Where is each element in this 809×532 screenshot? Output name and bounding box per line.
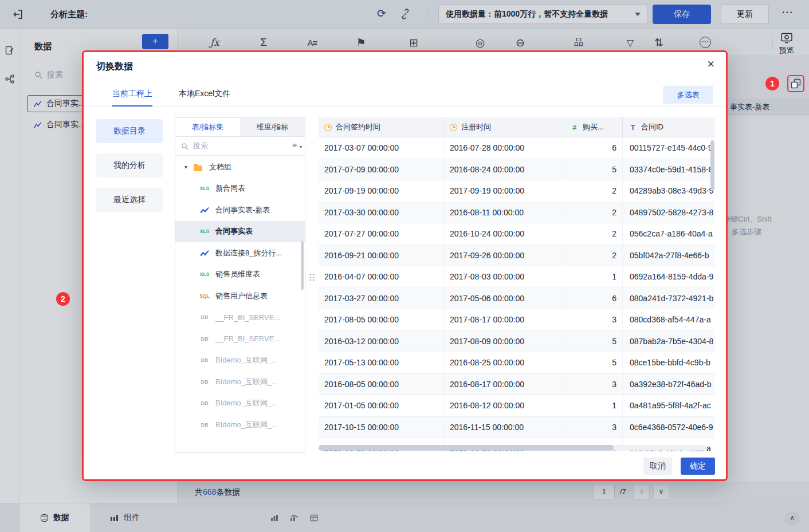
table-row[interactable]: 2017-05-13 00:00:00 2016-08-25 00:00:00 … (319, 352, 715, 374)
tree-item[interactable]: ▾ BIdemo_互联网_... (175, 393, 305, 415)
tree-item-icon (198, 183, 211, 194)
table-horizontal-scrollbar-track[interactable] (319, 445, 707, 451)
tree-item[interactable]: ▾ 数据连接8_拆分行... (175, 242, 305, 264)
column-label: 合同ID (641, 122, 663, 132)
tree-item-label: __FR_BI_SERVE... (215, 334, 280, 343)
cell-contract-id: 08ce15be-bbfd-4c9b-b (623, 352, 715, 373)
tree-tab-tables[interactable]: 表/指标集 (175, 118, 240, 136)
table-column-header[interactable]: 购买... (564, 117, 623, 137)
table-column-header[interactable]: 合同ID (623, 117, 715, 137)
table-row[interactable]: 2017-03-30 00:00:00 2016-08-11 00:00:00 … (319, 202, 715, 224)
column-label: 合同签约时间 (336, 122, 380, 132)
tree-item[interactable]: ▾ 销售员维度表 (175, 264, 305, 286)
tree-tab-label: 表/指标集 (192, 122, 224, 132)
cell-contract-sign-time: 2016-08-05 00:00:00 (319, 374, 444, 395)
tree-item[interactable]: ▾ 合同事实表 (175, 221, 305, 243)
cell-contract-sign-time: 2017-09-19 00:00:00 (319, 180, 444, 202)
table-horizontal-scrollbar-thumb[interactable] (319, 445, 614, 451)
data-preview-table: 合同签约时间 注册时间 购买... 合同ID (319, 117, 715, 453)
multi-select-tables-button[interactable]: 多选表 (663, 86, 713, 104)
filter-sort-icon[interactable]: ≡ (292, 141, 297, 150)
tree-item[interactable]: ▾ __FR_BI_SERVE... (175, 328, 305, 350)
table-row[interactable]: 2017-07-09 00:00:00 2016-08-24 00:00:00 … (319, 159, 715, 181)
tree-item-label: 合同事实表 (215, 226, 253, 237)
tree-item-icon (198, 334, 211, 344)
tab-current-project[interactable]: 当前工程上 (112, 82, 152, 106)
tree-item[interactable]: ▾ __FR_BI_SERVE... (175, 307, 305, 329)
table-column-header[interactable]: 注册时间 (444, 117, 564, 137)
cell-contract-id: 0a481a95-5f8f-4a2f-ac (623, 395, 715, 416)
cell-register-time: 2016-08-12 00:00:00 (444, 395, 564, 416)
column-label: 购买... (583, 122, 604, 132)
table-row[interactable]: 2016-03-12 00:00:00 2017-08-09 00:00:00 … (319, 331, 715, 353)
search-icon (181, 143, 188, 150)
cell-contract-id: 04289ab3-08e3-49d3-9 (623, 180, 715, 202)
tree-item-label: __FR_BI_SERVE... (215, 313, 280, 322)
annotation-step-1-badge: 1 (765, 77, 779, 90)
close-icon[interactable]: × (707, 57, 714, 72)
table-row[interactable]: 2017-07-27 00:00:00 2016-10-24 00:00:00 … (319, 223, 715, 245)
tree-item-icon (198, 291, 211, 301)
table-vertical-scrollbar[interactable] (710, 140, 714, 191)
tree-item[interactable]: ▾ BIdemo_互联网_... (175, 414, 305, 436)
cell-contract-id: 080a241d-7372-4921-b (623, 288, 715, 309)
cell-contract-sign-time: 2017-07-09 00:00:00 (319, 159, 444, 180)
nav-item-label: 数据目录 (113, 126, 146, 136)
table-row[interactable]: 2016-08-05 00:00:00 2016-08-17 00:00:00 … (319, 374, 715, 396)
cell-contract-sign-time: 2016-03-12 00:00:00 (319, 331, 444, 352)
cell-contract-sign-time: 2017-03-27 00:00:00 (319, 288, 444, 309)
tree-item[interactable]: ▾ BIdemo_互联网_... (175, 350, 305, 372)
tree-search-input[interactable]: 搜索 ≡ ▾ (175, 137, 305, 156)
annotation-step-2-badge: 2 (56, 292, 70, 306)
cell-purchase-count: 2 (564, 223, 623, 245)
tree-item-icon (198, 226, 211, 237)
tree-item-label: 销售用户信息表 (215, 291, 268, 301)
cell-purchase-count: 2 (564, 202, 623, 223)
tree-item[interactable]: ▾ 新合同表 (175, 178, 305, 200)
tree-item[interactable]: ▾ 文档组 (175, 156, 305, 178)
app-root: 分析主题: ⟳ 使用数据量：前1000万行，暂不支持全量数据 保存 更新 ⋯ ƒ… (0, 0, 809, 532)
tree-item[interactable]: ▾ 销售用户信息表 (175, 285, 305, 307)
column-type-icon (570, 123, 579, 132)
tree-item[interactable]: ▾ BIdemo_互联网_... (175, 371, 305, 393)
tab-local-excel[interactable]: 本地Excel文件 (179, 82, 230, 106)
table-row[interactable]: 2017-09-19 00:00:00 2017-09-19 00:00:00 … (319, 180, 715, 202)
tree-item-icon (198, 398, 211, 408)
tree-item-label: 新合同表 (215, 183, 245, 194)
cell-register-time: 2016-08-25 00:00:00 (444, 352, 564, 373)
expander-icon[interactable]: ▾ (184, 164, 187, 170)
cancel-button[interactable]: 取消 (643, 458, 672, 475)
caret-down-icon[interactable]: ▾ (300, 144, 302, 149)
tree-item-icon (198, 269, 211, 279)
cell-purchase-count: 6 (564, 288, 623, 309)
tree-item[interactable]: ▾ 合同事实表-新表 (175, 199, 305, 221)
confirm-button[interactable]: 确定 (681, 458, 715, 475)
table-row[interactable]: 2016-09-21 00:00:00 2017-09-26 00:00:00 … (319, 245, 715, 267)
column-label: 注册时间 (461, 122, 491, 132)
tree-item-label: BIdemo_互联网_... (215, 355, 278, 365)
table-row[interactable]: 2017-01-05 00:00:00 2016-08-12 00:00:00 … (319, 395, 715, 417)
cell-register-time: 2016-10-24 00:00:00 (444, 223, 564, 245)
tree-item-label: 合同事实表-新表 (215, 205, 270, 215)
table-row[interactable]: 2017-10-15 00:00:00 2016-11-15 00:00:00 … (319, 417, 715, 439)
tree-item-icon (198, 377, 211, 387)
drag-handle-icon[interactable]: ⠿ (308, 272, 316, 285)
cell-register-time: 2016-07-28 00:00:00 (444, 137, 564, 159)
tree-item-label: 销售员维度表 (215, 269, 260, 279)
table-column-header[interactable]: 合同签约时间 (319, 117, 444, 137)
table-row[interactable]: 2016-04-07 00:00:00 2017-08-03 00:00:00 … (319, 266, 715, 288)
table-row[interactable]: 2017-03-27 00:00:00 2017-05-06 00:00:00 … (319, 288, 715, 310)
cell-register-time: 2017-09-19 00:00:00 (444, 180, 564, 202)
nav-recent-selection[interactable]: 最近选择 (96, 188, 163, 212)
nav-my-analysis[interactable]: 我的分析 (96, 153, 163, 178)
nav-data-catalog[interactable]: 数据目录 (96, 119, 163, 143)
cell-purchase-count: 1 (564, 266, 623, 287)
tree-tab-dimensions[interactable]: 维度/指标 (240, 118, 305, 136)
cell-purchase-count: 5 (564, 331, 623, 352)
cell-contract-sign-time: 2016-09-21 00:00:00 (319, 245, 444, 266)
table-row[interactable]: 2017-08-05 00:00:00 2017-08-17 00:00:00 … (319, 309, 715, 331)
column-type-icon (450, 124, 457, 131)
table-row[interactable]: 2017-03-07 00:00:00 2016-07-28 00:00:00 … (319, 137, 715, 159)
tree-scrollbar[interactable] (301, 241, 304, 290)
modal-tab-label: 本地Excel文件 (179, 89, 230, 99)
